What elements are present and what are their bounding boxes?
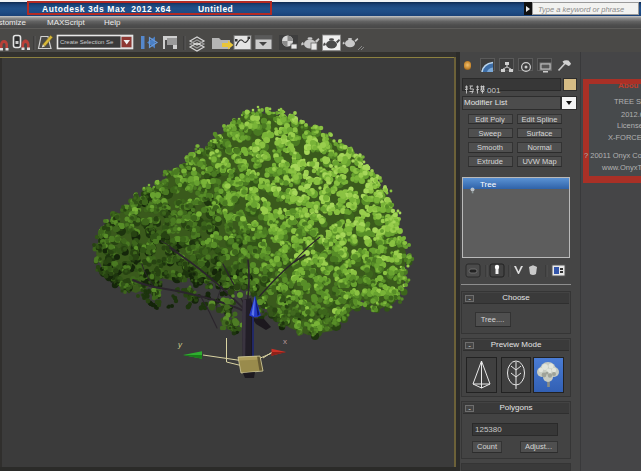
svg-text:x: x (283, 337, 287, 346)
svg-text:y: y (177, 340, 183, 349)
svg-text:001: 001 (487, 86, 501, 94)
svg-text:Create Selection Se: Create Selection Se (60, 39, 114, 45)
